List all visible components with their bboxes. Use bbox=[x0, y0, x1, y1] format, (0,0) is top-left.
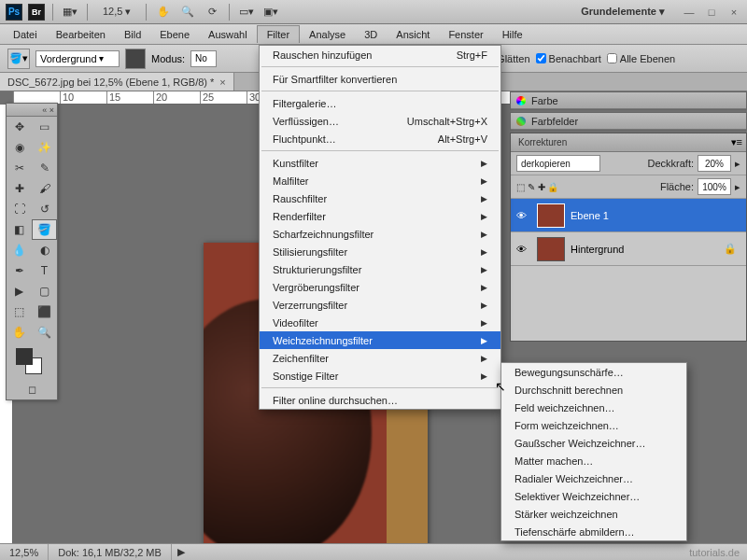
blend-mode-dropdown[interactable]: derkopieren bbox=[516, 155, 600, 172]
document-tab[interactable]: DSC_5672.jpg bei 12,5% (Ebene 1, RGB/8) … bbox=[0, 73, 234, 91]
layer-name[interactable]: Hintergrund bbox=[571, 244, 624, 255]
filter-gallery[interactable]: Filtergalerie… bbox=[260, 94, 500, 112]
layout-icon[interactable]: ▦▾ bbox=[61, 4, 79, 21]
filter-last[interactable]: Rauschen hinzufügenStrg+F bbox=[260, 46, 500, 63]
layer-hintergrund[interactable]: 👁 Hintergrund 🔒 bbox=[511, 232, 746, 266]
menu-analyse[interactable]: Analyse bbox=[300, 26, 355, 43]
filter-kunstfilter[interactable]: Kunstfilter▶ bbox=[260, 154, 500, 172]
wand-tool-icon[interactable]: ✨ bbox=[32, 137, 57, 158]
path-select-tool-icon[interactable]: ▶ bbox=[7, 281, 32, 301]
blur-average[interactable]: Durchschnitt berechnen bbox=[501, 381, 686, 399]
hand-tool-icon[interactable]: ✋ bbox=[154, 4, 173, 21]
blur-shape[interactable]: Form weichzeichnen… bbox=[501, 416, 686, 434]
blur-motion[interactable]: Bewegungsunschärfe… bbox=[501, 363, 686, 381]
workspace-selector[interactable]: Grundelemente ▾ bbox=[571, 4, 674, 20]
pen-tool-icon[interactable]: ✒ bbox=[7, 260, 32, 281]
lasso-tool-icon[interactable]: ◉ bbox=[7, 137, 32, 158]
bucket-tool-icon[interactable]: 🪣 bbox=[32, 219, 57, 240]
heal-tool-icon[interactable]: ✚ bbox=[7, 178, 32, 199]
all-layers-checkbox[interactable]: Alle Ebenen bbox=[607, 53, 675, 64]
maximize-icon[interactable]: □ bbox=[704, 6, 719, 19]
3d-tool-icon[interactable]: ⬚ bbox=[7, 301, 32, 322]
zoom-tool-icon[interactable]: 🔍 bbox=[178, 4, 197, 21]
menu-filter[interactable]: Filter bbox=[257, 25, 300, 43]
menu-auswahl[interactable]: Auswahl bbox=[199, 26, 257, 43]
panel-menu-icon[interactable]: ▾≡ bbox=[727, 136, 746, 148]
status-docsize[interactable]: Dok: 16,1 MB/32,2 MB bbox=[49, 544, 172, 560]
photoshop-icon[interactable]: Ps bbox=[6, 4, 22, 21]
minimize-icon[interactable]: — bbox=[682, 6, 697, 19]
farbfelder-panel[interactable]: Farbfelder bbox=[510, 112, 747, 131]
blur-matte[interactable]: Matter machen… bbox=[501, 452, 686, 469]
color-swatches[interactable] bbox=[7, 343, 57, 380]
fill-arrow-icon[interactable]: ▸ bbox=[735, 181, 740, 193]
opacity-arrow-icon[interactable]: ▸ bbox=[735, 158, 740, 170]
layer-thumbnail[interactable] bbox=[537, 237, 565, 261]
crop-tool-icon[interactable]: ✂ bbox=[7, 158, 32, 178]
filter-weichzeichnen[interactable]: Weichzeichnungsfilter▶ bbox=[260, 331, 500, 349]
tab-korrekturen[interactable]: Korrekturen bbox=[511, 134, 574, 150]
blur-box[interactable]: Feld weichzeichnen… bbox=[501, 399, 686, 416]
menu-3d[interactable]: 3D bbox=[355, 26, 387, 43]
dodge-tool-icon[interactable]: ◐ bbox=[32, 240, 57, 260]
foreground-swatch[interactable] bbox=[16, 348, 33, 365]
menu-hilfe[interactable]: Hilfe bbox=[493, 26, 532, 43]
blur-lens[interactable]: Tiefenschärfe abmildern… bbox=[501, 523, 686, 540]
bucket-tool-icon[interactable]: 🪣▾ bbox=[7, 49, 30, 69]
rotate-view-icon[interactable]: ⟳ bbox=[203, 4, 221, 21]
fill-input[interactable]: 100% bbox=[698, 178, 731, 195]
visibility-icon[interactable]: 👁 bbox=[511, 210, 531, 221]
screen-mode-icon[interactable]: ▣▾ bbox=[261, 4, 280, 21]
3d-cam-tool-icon[interactable]: ⬛ bbox=[32, 301, 57, 322]
close-tab-icon[interactable]: × bbox=[219, 77, 225, 88]
filter-scharfzeichnen[interactable]: Scharfzeichnungsfilter▶ bbox=[260, 225, 500, 243]
filter-malfilter[interactable]: Malfilter▶ bbox=[260, 172, 500, 189]
fill-source-select[interactable]: Vordergrund ▾ bbox=[35, 50, 120, 67]
blur-selective[interactable]: Selektiver Weichzeichner… bbox=[501, 487, 686, 505]
zoom-tool-icon[interactable]: 🔍 bbox=[32, 322, 57, 343]
arrange-icon[interactable]: ▭▾ bbox=[237, 4, 256, 21]
opacity-input[interactable]: 20% bbox=[698, 155, 731, 172]
quickmask-icon[interactable]: ◻ bbox=[7, 380, 57, 399]
contiguous-checkbox[interactable]: Benachbart bbox=[536, 53, 601, 64]
history-brush-tool-icon[interactable]: ↺ bbox=[32, 199, 57, 219]
hand-tool-icon[interactable]: ✋ bbox=[7, 322, 32, 343]
pattern-swatch[interactable] bbox=[125, 49, 146, 69]
filter-verzerrung[interactable]: Verzerrungsfilter▶ bbox=[260, 296, 500, 314]
layer-thumbnail[interactable] bbox=[537, 203, 565, 228]
zoom-level-display[interactable]: 12,5 ▾ bbox=[95, 6, 138, 18]
filter-zeichenfilter[interactable]: Zeichenfilter▶ bbox=[260, 349, 500, 367]
status-menu-icon[interactable]: ▶ bbox=[172, 546, 190, 558]
eraser-tool-icon[interactable]: ◧ bbox=[7, 219, 32, 240]
eyedropper-tool-icon[interactable]: ✎ bbox=[32, 158, 57, 178]
filter-rauschfilter[interactable]: Rauschfilter▶ bbox=[260, 189, 500, 207]
toolbox-header[interactable]: « × bbox=[7, 104, 57, 117]
filter-stilisieren[interactable]: Stilisierungsfilter▶ bbox=[260, 243, 500, 260]
marquee-tool-icon[interactable]: ▭ bbox=[32, 117, 57, 137]
status-zoom[interactable]: 12,5% bbox=[0, 544, 49, 560]
filter-sonstige[interactable]: Sonstige Filter▶ bbox=[260, 367, 500, 385]
blur-radial[interactable]: Radialer Weichzeichner… bbox=[501, 469, 686, 487]
blend-mode-select[interactable]: No bbox=[190, 50, 217, 67]
stamp-tool-icon[interactable]: ⛶ bbox=[7, 199, 32, 219]
filter-vergroeberung[interactable]: Vergröberungsfilter▶ bbox=[260, 278, 500, 296]
close-icon[interactable]: × bbox=[726, 6, 741, 19]
blur-gaussian[interactable]: Gaußscher Weichzeichner… bbox=[501, 434, 686, 452]
filter-strukturieren[interactable]: Strukturierungsfilter▶ bbox=[260, 260, 500, 278]
filter-renderfilter[interactable]: Renderfilter▶ bbox=[260, 207, 500, 225]
menu-fenster[interactable]: Fenster bbox=[439, 26, 492, 43]
menu-bearbeiten[interactable]: Bearbeiten bbox=[47, 26, 115, 43]
visibility-icon[interactable]: 👁 bbox=[511, 244, 531, 255]
layer-name[interactable]: Ebene 1 bbox=[571, 210, 609, 221]
blur-tool-icon[interactable]: 💧 bbox=[7, 240, 32, 260]
menu-ebene[interactable]: Ebene bbox=[150, 26, 199, 43]
menu-ansicht[interactable]: Ansicht bbox=[387, 26, 439, 43]
filter-vanish[interactable]: Fluchtpunkt…Alt+Strg+V bbox=[260, 130, 500, 147]
type-tool-icon[interactable]: T bbox=[32, 260, 57, 281]
shape-tool-icon[interactable]: ▢ bbox=[32, 281, 57, 301]
move-tool-icon[interactable]: ✥ bbox=[7, 117, 32, 137]
blur-more[interactable]: Stärker weichzeichnen bbox=[501, 505, 686, 523]
farbe-panel[interactable]: Farbe bbox=[510, 91, 747, 110]
filter-browse-online[interactable]: Filter online durchsuchen… bbox=[260, 391, 500, 409]
brush-tool-icon[interactable]: 🖌 bbox=[32, 178, 57, 199]
